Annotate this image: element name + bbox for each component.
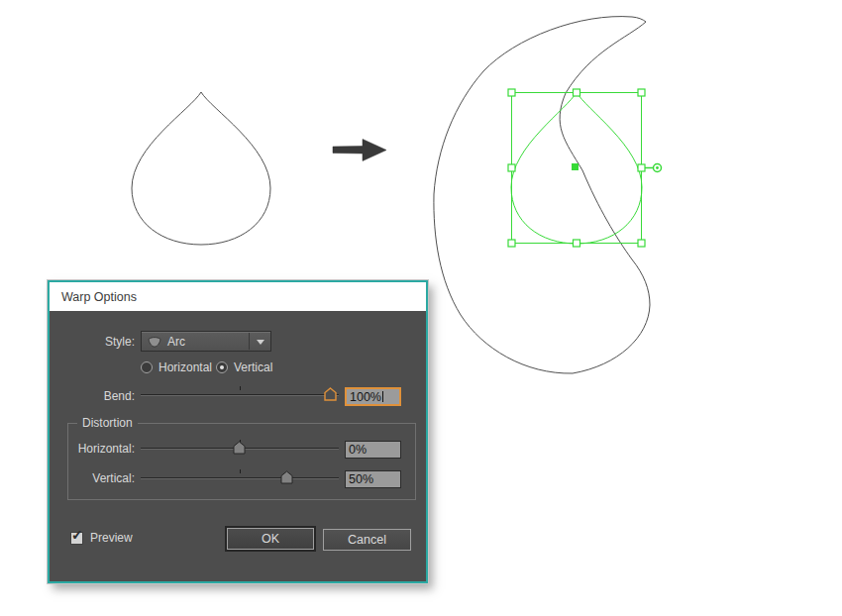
style-dropdown-value: Arc <box>167 335 185 349</box>
dialog-body: Style: Arc Horizontal Vertical Bend: <box>50 311 426 581</box>
distortion-horizontal-value: 0% <box>349 443 367 457</box>
style-label: Style: <box>50 335 135 349</box>
handle-bottom-right[interactable] <box>638 240 645 247</box>
selection-center-point[interactable] <box>572 163 579 170</box>
bend-value-text: 100% <box>350 390 381 404</box>
preview-checkbox-row[interactable]: ✓ Preview <box>70 531 133 545</box>
ok-button-label: OK <box>262 532 279 546</box>
distortion-vertical-slider-handle[interactable] <box>280 470 293 484</box>
transform-arrow-icon <box>333 140 386 161</box>
bend-slider-tick <box>240 386 241 390</box>
warped-result-path[interactable] <box>434 17 650 373</box>
dropdown-separator <box>249 333 250 350</box>
handle-mid-left[interactable] <box>508 164 515 171</box>
distortion-horizontal-slider-handle[interactable] <box>233 441 246 455</box>
cancel-button-label: Cancel <box>348 533 386 547</box>
radio-horizontal-circle[interactable] <box>141 361 153 373</box>
handle-bottom-left[interactable] <box>508 240 515 247</box>
handle-top-left[interactable] <box>508 89 515 96</box>
chevron-down-icon <box>257 340 264 345</box>
source-teardrop-path[interactable] <box>132 92 270 245</box>
distortion-vertical-slider-track[interactable] <box>141 477 339 479</box>
cancel-button[interactable]: Cancel <box>323 529 411 551</box>
distortion-vertical-label: Vertical: <box>68 471 135 485</box>
preview-checkbox[interactable]: ✓ <box>70 532 83 545</box>
selection-overlay <box>508 89 662 247</box>
text-caret <box>382 391 383 402</box>
radio-vertical[interactable]: Vertical <box>216 360 272 374</box>
distortion-vertical-value: 50% <box>349 472 373 486</box>
distortion-legend: Distortion <box>77 416 138 430</box>
bend-slider-handle[interactable] <box>324 387 337 401</box>
rotate-target-dot <box>656 166 659 169</box>
bend-value-input[interactable]: 100% <box>345 387 401 406</box>
distortion-group: Distortion Horizontal: 0% Vertical: <box>67 423 416 500</box>
radio-vertical-circle[interactable] <box>216 361 228 373</box>
distortion-vertical-input[interactable]: 50% <box>345 470 401 488</box>
dialog-title: Warp Options <box>61 290 137 304</box>
arc-warp-icon <box>147 336 162 348</box>
preview-label: Preview <box>90 531 133 545</box>
radio-horizontal[interactable]: Horizontal <box>141 360 212 374</box>
illustrator-canvas: { "window": { "title": "Warp Options" },… <box>0 0 842 616</box>
style-dropdown[interactable]: Arc <box>141 331 271 352</box>
dialog-titlebar[interactable]: Warp Options <box>50 282 426 311</box>
bend-label: Bend: <box>50 389 135 403</box>
handle-mid-right[interactable] <box>638 164 645 171</box>
distortion-horizontal-slider-track[interactable] <box>141 448 339 450</box>
radio-vertical-label: Vertical <box>234 360 272 374</box>
radio-horizontal-label: Horizontal <box>158 360 212 374</box>
checkmark-icon: ✓ <box>71 527 83 543</box>
handle-top-right[interactable] <box>638 89 645 96</box>
ok-button[interactable]: OK <box>227 528 314 550</box>
distortion-horizontal-input[interactable]: 0% <box>345 441 401 459</box>
handle-bottom-center[interactable] <box>574 240 580 247</box>
distortion-horizontal-label: Horizontal: <box>68 442 135 456</box>
bend-slider-track[interactable] <box>141 394 339 396</box>
distortion-vertical-tick <box>240 469 241 473</box>
handle-top-center[interactable] <box>574 89 580 96</box>
warp-options-dialog: Warp Options Style: Arc Horizontal Verti… <box>48 280 428 583</box>
